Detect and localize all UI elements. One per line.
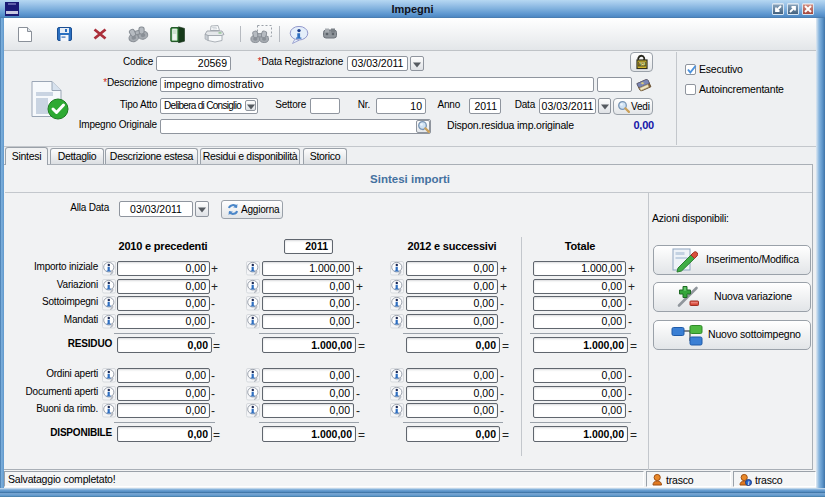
svg-text:ACL: ACL	[638, 63, 646, 67]
